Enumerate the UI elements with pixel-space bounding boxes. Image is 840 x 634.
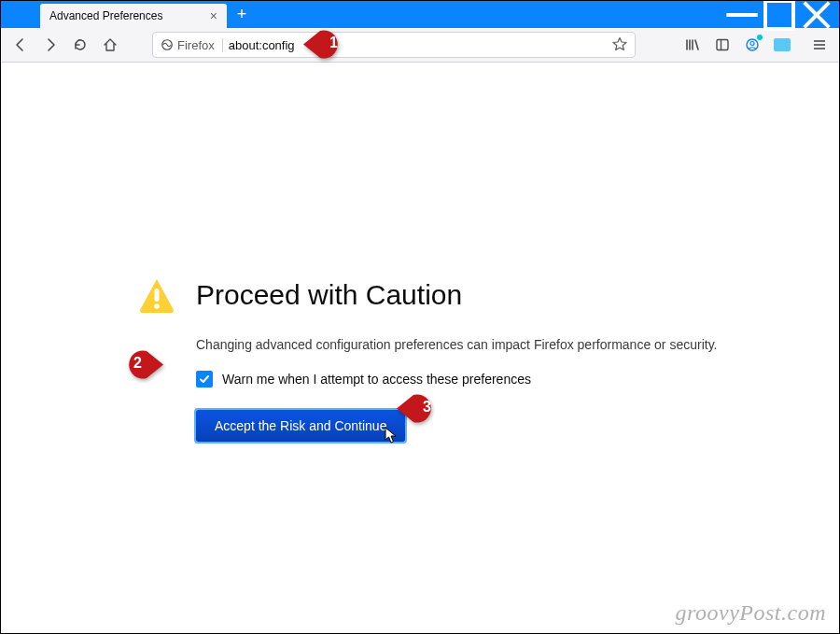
checkmark-icon [199,373,210,385]
forward-button[interactable] [36,32,64,58]
svg-rect-1 [765,1,793,29]
annotation-badge-3: 3 [397,393,449,424]
minimize-button[interactable] [723,1,761,28]
titlebar-spacer [257,1,723,28]
back-button[interactable] [7,32,35,58]
svg-rect-5 [717,40,728,50]
home-button[interactable] [96,32,124,58]
annotation-badge-2: 2 [111,349,163,380]
content-area: Proceed with Caution Changing advanced c… [1,63,839,633]
menu-button[interactable] [805,32,833,58]
close-icon [798,0,835,34]
annotation-number: 3 [423,399,431,416]
new-tab-button[interactable]: + [227,1,257,28]
extension-icon [774,38,791,51]
library-button[interactable] [679,32,707,58]
hamburger-icon [812,37,827,52]
accept-risk-label: Accept the Risk and Continue [215,418,386,433]
account-button[interactable] [738,32,766,58]
window-controls [723,1,839,28]
titlebar-drag-region [1,1,40,28]
firefox-icon [161,38,174,51]
minimize-icon [723,0,761,34]
toolbar-right [679,32,833,58]
forward-icon [43,37,58,52]
svg-point-8 [750,42,754,46]
maximize-button[interactable] [761,1,798,28]
url-bar[interactable]: Firefox about:config [152,32,636,58]
back-icon [13,37,28,52]
warning-description: Changing advanced configuration preferen… [196,337,735,352]
identity-label: Firefox [177,38,215,52]
warning-triangle-icon [138,277,175,313]
home-icon [103,37,118,52]
sidebar-button[interactable] [708,32,736,58]
warning-heading: Proceed with Caution [196,279,462,311]
annotation-number: 2 [133,355,142,372]
svg-point-13 [154,303,160,309]
reload-icon [73,37,88,52]
library-icon [685,37,700,52]
warn-checkbox-row: Warn me when I attempt to access these p… [196,371,735,387]
warning-heading-row: Proceed with Caution [138,277,735,313]
annotation-badge-1: 1 [303,29,356,60]
reload-button[interactable] [66,32,94,58]
titlebar: Advanced Preferences × + [1,1,839,28]
extension-button[interactable] [768,32,796,58]
warn-checkbox-label: Warn me when I attempt to access these p… [222,372,531,387]
annotation-number: 1 [329,35,338,51]
close-tab-icon[interactable]: × [210,9,217,22]
sidebar-icon [715,37,730,52]
close-window-button[interactable] [798,1,835,28]
bookmark-star-icon[interactable] [612,36,627,54]
warn-checkbox[interactable] [196,371,213,387]
url-text: about:config [229,38,607,52]
maximize-icon [761,0,798,34]
mouse-cursor-icon [385,427,398,446]
svg-rect-12 [155,289,160,302]
navigation-toolbar: Firefox about:config [1,28,839,63]
watermark: groovyPost.com [676,600,826,626]
browser-tab[interactable]: Advanced Preferences × [40,4,227,28]
site-identity[interactable]: Firefox [161,38,223,52]
tab-title: Advanced Preferences [49,9,203,22]
accept-risk-button[interactable]: Accept the Risk and Continue [196,410,405,442]
warning-body: Changing advanced configuration preferen… [196,337,735,442]
notification-dot-icon [757,35,763,40]
